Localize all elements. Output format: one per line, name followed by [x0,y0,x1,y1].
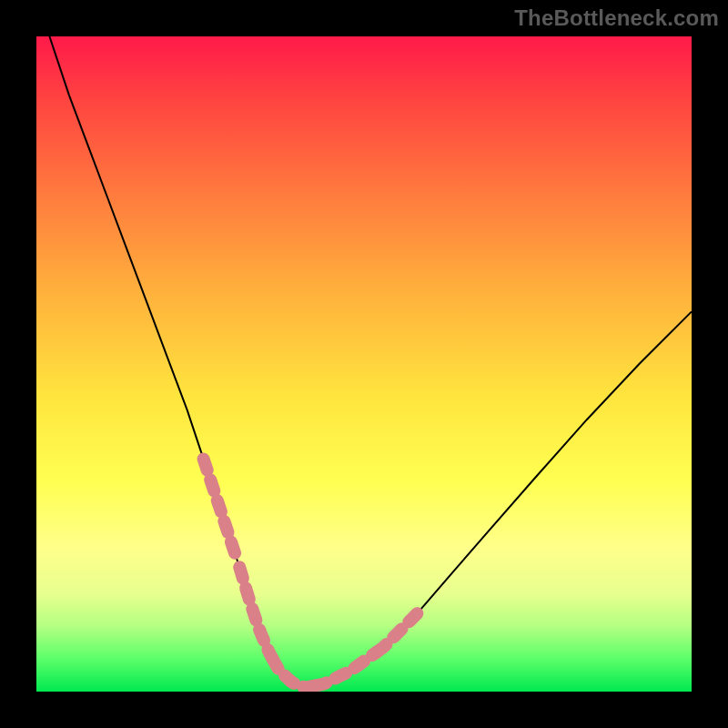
chart-svg [36,36,692,692]
dotted-segment [377,611,420,652]
dotted-segment [272,658,315,687]
plot-area [36,36,692,692]
dotted-segment [315,652,377,685]
dotted-segment [204,459,237,557]
chart-frame: TheBottleneck.com [0,0,728,728]
dotted-segment [239,567,272,658]
dotted-band [204,459,420,687]
watermark-text: TheBottleneck.com [514,5,719,31]
bottleneck-curve [49,36,692,688]
